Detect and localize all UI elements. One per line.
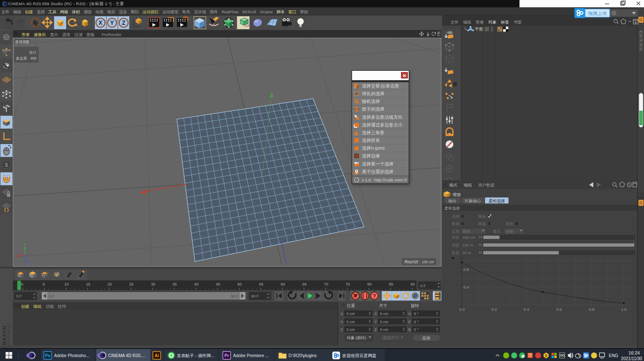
svg-text:Adobe Premiere ...: Adobe Premiere ... — [233, 353, 269, 358]
svg-text:( ): ( ) — [4, 207, 9, 212]
svg-text:0 °: 0 ° — [414, 312, 419, 316]
svg-text:发表帖子 - 插件脚...: 发表帖子 - 插件脚... — [177, 353, 214, 358]
svg-text:内: 内 — [639, 30, 643, 34]
svg-text:0 cm: 0 cm — [380, 328, 389, 332]
svg-text:Y: Y — [340, 320, 343, 324]
svg-text:多边形: 多边形 — [16, 56, 27, 60]
svg-text:P: P — [413, 293, 417, 299]
svg-text:50 %: 50 % — [462, 251, 471, 255]
svg-text:65: 65 — [302, 282, 307, 286]
svg-text:15: 15 — [86, 282, 90, 286]
svg-text:选择尺寸: 选择尺寸 — [383, 335, 399, 340]
svg-text:平面: 平面 — [475, 27, 483, 31]
svg-text:对象轴心: 对象轴心 — [465, 199, 481, 203]
svg-text:B: B — [408, 328, 411, 332]
svg-text:90 F: 90 F — [231, 294, 239, 298]
svg-text:0.8: 0.8 — [589, 307, 595, 312]
svg-text:缩放: 缩放 — [453, 192, 461, 197]
svg-text:网格间距 : 100 cm: 网格间距 : 100 cm — [404, 260, 434, 264]
svg-text:90 F: 90 F — [251, 294, 259, 298]
svg-text:位置: 位置 — [346, 303, 355, 308]
svg-text:模式: 模式 — [492, 229, 501, 234]
svg-text:应用: 应用 — [422, 336, 431, 340]
svg-text:50: 50 — [237, 282, 242, 286]
svg-text:容: 容 — [639, 34, 643, 38]
svg-text:0.4: 0.4 — [464, 285, 469, 289]
svg-text:ENG: ENG — [609, 353, 618, 358]
svg-text:隐形: 隐形 — [506, 222, 513, 226]
svg-text:器: 器 — [639, 47, 643, 51]
svg-text:70: 70 — [324, 282, 328, 286]
svg-text:2021/11/30: 2021/11/30 — [621, 356, 642, 361]
svg-text:Pr: Pr — [225, 353, 229, 358]
svg-text:X: X — [340, 312, 343, 316]
svg-text:柔和选择: 柔和选择 — [444, 206, 460, 211]
svg-text:Adobe Photosho...: Adobe Photosho... — [54, 353, 89, 358]
svg-text:0 F: 0 F — [420, 284, 426, 288]
svg-text:密度: 密度 — [452, 251, 459, 255]
svg-text:16:24: 16:24 — [629, 350, 640, 355]
svg-text:模式: 模式 — [449, 183, 458, 187]
svg-text:Z: Z — [374, 328, 377, 332]
svg-text:X: X — [98, 19, 103, 26]
svg-text:75: 75 — [346, 282, 350, 286]
svg-text:100 %: 100 % — [462, 243, 474, 247]
svg-text:0.6: 0.6 — [556, 307, 562, 312]
svg-text:编辑: 编辑 — [464, 183, 472, 187]
svg-text:Z: Z — [340, 328, 343, 332]
svg-text:全部: 全部 — [506, 229, 513, 234]
svg-text:S: S — [5, 162, 8, 168]
svg-text:0 °: 0 ° — [414, 328, 419, 332]
svg-text:0 F: 0 F — [49, 294, 55, 298]
svg-text:用户数据: 用户数据 — [478, 183, 495, 187]
svg-text:0.4: 0.4 — [524, 307, 529, 312]
svg-text:0 °: 0 ° — [414, 320, 419, 324]
svg-text:启用: 启用 — [452, 214, 459, 219]
svg-text:1.0: 1.0 — [621, 307, 627, 312]
svg-text:85: 85 — [389, 282, 393, 286]
svg-text:40: 40 — [194, 282, 198, 286]
svg-text:线性: 线性 — [463, 229, 471, 234]
svg-text:欢迎使用百度网盘: 欢迎使用百度网盘 — [342, 353, 377, 358]
svg-text:尺寸: 尺寸 — [379, 303, 387, 308]
svg-text:45: 45 — [216, 282, 220, 286]
svg-text:5: 5 — [43, 282, 45, 286]
svg-text:H: H — [408, 312, 411, 316]
svg-text:60: 60 — [281, 282, 285, 286]
svg-text:?: ? — [373, 293, 376, 299]
svg-text:0: 0 — [21, 282, 23, 286]
svg-text:览: 览 — [639, 42, 643, 47]
svg-text:0 cm: 0 cm — [380, 312, 389, 316]
svg-text:浏: 浏 — [639, 38, 643, 42]
svg-text:Ps: Ps — [45, 353, 51, 358]
svg-text:Y: Y — [24, 243, 26, 247]
svg-text:柔和选择: 柔和选择 — [489, 199, 505, 203]
svg-text:0.0: 0.0 — [459, 307, 465, 312]
svg-text:0 cm: 0 cm — [346, 320, 355, 324]
svg-text:透视视图: 透视视图 — [15, 40, 30, 44]
svg-text:400: 400 — [30, 56, 36, 60]
svg-text:0.2: 0.2 — [492, 307, 497, 312]
svg-text:半径: 半径 — [452, 235, 459, 240]
svg-text:100 cm: 100 cm — [462, 235, 475, 240]
svg-text:0.8: 0.8 — [464, 268, 469, 272]
svg-text:预选: 预选 — [478, 214, 486, 219]
svg-text:Ai: Ai — [155, 353, 159, 358]
svg-text:90: 90 — [410, 282, 415, 286]
svg-text:对象 (相对): 对象 (相对) — [346, 336, 366, 340]
svg-text:旋转: 旋转 — [411, 303, 419, 308]
svg-text:Z: Z — [122, 19, 126, 26]
svg-text:Y: Y — [110, 19, 114, 26]
svg-text:10: 10 — [64, 282, 69, 286]
svg-text:35: 35 — [173, 282, 177, 286]
svg-text:55: 55 — [259, 282, 263, 286]
svg-text:CINEMA 4D R20....: CINEMA 4D R20.... — [108, 353, 145, 358]
svg-text:25: 25 — [129, 282, 134, 286]
svg-text:P: P — [408, 320, 411, 324]
svg-text:80: 80 — [367, 282, 371, 286]
svg-text:30: 30 — [151, 282, 155, 286]
svg-text:轴向: 轴向 — [448, 199, 456, 203]
svg-text:衰减: 衰减 — [478, 222, 486, 226]
svg-text:0 F: 0 F — [16, 294, 22, 298]
svg-text:宽度: 宽度 — [452, 229, 459, 234]
